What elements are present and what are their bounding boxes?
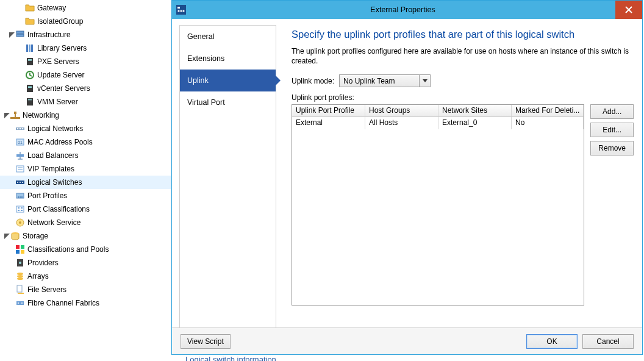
- nav-item-uplink[interactable]: Uplink: [180, 70, 276, 91]
- fibre-icon: [15, 298, 25, 308]
- properties-dialog: External Properties GeneralExtensionsUpl…: [171, 0, 643, 355]
- nav-item-general[interactable]: General: [180, 26, 276, 48]
- svg-rect-3: [29, 45, 30, 52]
- nav-item-virtual-port[interactable]: Virtual Port: [180, 91, 276, 113]
- table-row[interactable]: ExternalAll HostsExternal_0No: [292, 117, 584, 129]
- dialog-body: GeneralExtensionsUplinkVirtual Port Spec…: [172, 19, 642, 354]
- no-caret: [9, 124, 15, 134]
- tree-item-label: Infrastructure: [27, 30, 71, 39]
- remove-button[interactable]: Remove: [590, 141, 634, 155]
- port-profile-icon: [15, 191, 25, 201]
- logical-switch-icon: [15, 177, 25, 187]
- tree-item-label: MAC Address Pools: [27, 138, 93, 146]
- tree-item-label: VMM Server: [37, 98, 78, 106]
- tree-item-logical-networks[interactable]: Logical Networks: [0, 122, 171, 135]
- tree-item-label: PXE Servers: [37, 57, 79, 66]
- uplink-mode-value: No Uplink Team: [340, 75, 419, 87]
- tree-item-label: Fibre Channel Fabrics: [27, 299, 99, 307]
- tree-item-label: Load Balancers: [27, 151, 78, 160]
- expand-caret-icon[interactable]: [9, 30, 15, 40]
- tree-item-classifications-and-pools[interactable]: Classifications and Pools: [0, 243, 171, 256]
- svg-rect-51: [17, 285, 22, 292]
- edit-button[interactable]: Edit...: [590, 123, 634, 137]
- expand-caret-icon[interactable]: [4, 110, 10, 120]
- dialog-nav: GeneralExtensionsUplinkVirtual Port: [179, 25, 276, 342]
- tree-item-infrastructure[interactable]: Infrastructure: [0, 28, 171, 41]
- svg-point-29: [22, 182, 23, 183]
- col-host-groups[interactable]: Host Groups: [365, 105, 438, 116]
- svg-point-21: [22, 128, 23, 129]
- storage-icon: [10, 231, 20, 241]
- tree-item-pxe-servers[interactable]: PXE Servers: [0, 55, 171, 68]
- tree-item-arrays[interactable]: Arrays: [0, 270, 171, 283]
- svg-rect-6: [28, 59, 32, 60]
- tree-item-port-classifications[interactable]: Port Classifications: [0, 202, 171, 216]
- ok-button[interactable]: OK: [526, 334, 578, 349]
- load-balancer-icon: [15, 151, 25, 160]
- server-icon: [25, 84, 35, 93]
- svg-rect-1: [16, 34, 24, 37]
- svg-point-57: [180, 10, 182, 12]
- dialog-content: Specify the uplink port profiles that ar…: [292, 29, 634, 323]
- svg-rect-9: [27, 85, 33, 92]
- svg-rect-33: [21, 196, 23, 198]
- svg-rect-35: [18, 207, 20, 209]
- nav-item-extensions[interactable]: Extensions: [180, 48, 276, 70]
- tree-item-networking[interactable]: Networking: [0, 109, 171, 122]
- svg-rect-0: [16, 31, 24, 34]
- svg-point-40: [19, 221, 21, 224]
- dropdown-button[interactable]: [419, 75, 430, 87]
- tree-item-mac-address-pools[interactable]: 01MAC Address Pools: [0, 135, 171, 149]
- view-script-button[interactable]: View Script: [181, 334, 231, 349]
- no-caret: [9, 271, 15, 281]
- svg-rect-16: [14, 112, 16, 114]
- folder-icon: [25, 3, 35, 13]
- tree-item-gateway[interactable]: Gateway: [0, 1, 171, 15]
- svg-rect-38: [21, 210, 23, 211]
- col-profile[interactable]: Uplink Port Profile: [292, 105, 365, 116]
- tree-item-logical-switches[interactable]: Logical Switches: [0, 176, 171, 189]
- tree-item-providers[interactable]: Providers: [0, 256, 171, 270]
- tree-item-isolatedgroup[interactable]: IsolatedGroup: [0, 15, 171, 28]
- svg-rect-32: [20, 196, 21, 198]
- col-network-sites[interactable]: Network Sites: [438, 105, 512, 116]
- content-description: The uplink port profiles configured here…: [292, 46, 634, 66]
- svg-point-49: [17, 275, 23, 277]
- add-button[interactable]: Add...: [590, 104, 634, 119]
- tree-item-storage[interactable]: Storage: [0, 229, 171, 243]
- uplink-mode-select[interactable]: No Uplink Team: [339, 74, 431, 87]
- tree-item-fibre-channel-fabrics[interactable]: Fibre Channel Fabrics: [0, 296, 171, 310]
- cell-sites: External_0: [438, 117, 512, 129]
- svg-rect-17: [15, 114, 16, 118]
- tree-item-label: VIP Templates: [27, 165, 74, 173]
- expand-caret-icon[interactable]: [4, 231, 10, 241]
- tree-item-vip-templates[interactable]: VIP Templates: [0, 162, 171, 176]
- no-caret: [9, 204, 15, 214]
- tree-item-update-server[interactable]: Update Server: [0, 68, 171, 82]
- tree-item-label: Gateway: [37, 4, 66, 12]
- close-button[interactable]: [615, 1, 642, 19]
- library-icon: [25, 43, 35, 53]
- tree-item-file-servers[interactable]: File Servers: [0, 283, 171, 296]
- tree-item-port-profiles[interactable]: Port Profiles: [0, 189, 171, 202]
- col-marked[interactable]: Marked For Deleti...: [512, 105, 584, 116]
- tree-item-library-servers[interactable]: Library Servers: [0, 41, 171, 55]
- profiles-grid[interactable]: Uplink Port Profile Host Groups Network …: [292, 104, 584, 306]
- tree-item-vmm-server[interactable]: VMM Server: [0, 95, 171, 109]
- svg-rect-2: [26, 45, 28, 52]
- profiles-label: Uplink port profiles:: [292, 93, 634, 102]
- vip-icon: [15, 164, 25, 174]
- svg-rect-12: [27, 98, 33, 105]
- svg-rect-43: [21, 245, 24, 249]
- tree-item-label: Logical Switches: [27, 178, 82, 187]
- tree-item-network-service[interactable]: Network Service: [0, 216, 171, 229]
- svg-rect-31: [18, 196, 19, 198]
- tree-item-load-balancers[interactable]: Load Balancers: [0, 149, 171, 162]
- tree-item-vcenter-servers[interactable]: vCenter Servers: [0, 82, 171, 95]
- servers-icon: [15, 30, 25, 40]
- dialog-title: External Properties: [190, 1, 615, 19]
- svg-text:01: 01: [18, 140, 23, 145]
- cancel-button[interactable]: Cancel: [582, 334, 634, 349]
- tree-item-label: vCenter Servers: [37, 84, 90, 93]
- no-caret: [9, 151, 15, 160]
